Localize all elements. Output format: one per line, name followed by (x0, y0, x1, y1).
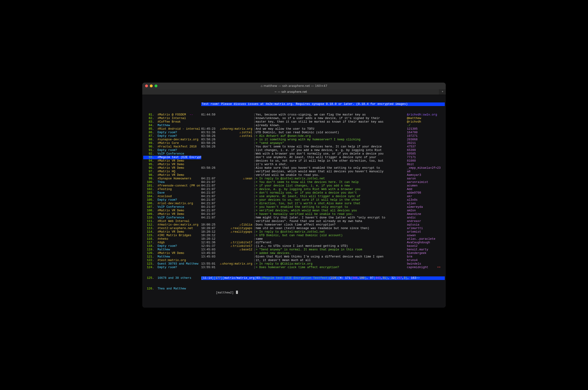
nicklist-user[interactable]: acumen (407, 184, 418, 188)
room-list-item[interactable]: 84. Matthew (143, 124, 201, 127)
nicklist-user[interactable]: bruno4 (407, 259, 418, 262)
room-list-item[interactable]: 89. #Matrix Core (143, 142, 201, 145)
room-list-item[interactable]: 92. VoIP Conference (143, 152, 201, 156)
room-list-item[interactable]: 113. #test2:arasphere.net (143, 227, 201, 230)
input-line[interactable]: [matthew2] (201, 287, 445, 298)
nicklist-user[interactable]: 164780 (407, 131, 418, 134)
nicklist-user[interactable]: aaronraimist (407, 181, 428, 184)
room-list-item[interactable]: 86. Empty room? (143, 131, 201, 134)
room-list-item[interactable]: 102. #Testing (143, 188, 201, 191)
message-text: Given that Riot Web thinks I'm using a d… (256, 255, 384, 258)
room-list-item[interactable]: 126. Thea and Matthew (143, 287, 201, 298)
nicklist-user[interactable]: andic (407, 216, 416, 219)
room-list-item[interactable]: 115. #IRC Matrix Bridges (143, 234, 201, 237)
nicklist-user[interactable]: 203068 (407, 138, 418, 141)
room-list-item[interactable]: 119. Matthew (143, 248, 201, 251)
room-list-item[interactable]: 105. Empty room? (143, 198, 201, 202)
room-list-item[interactable]: 95. #Matrix VR Demo (143, 163, 201, 166)
nicklist-user[interactable]: adde9708 (407, 191, 421, 195)
room-list-item[interactable]: 122. #test:matrix.org (143, 259, 201, 262)
room-list-item[interactable]: 88. #synapse-dev:matrix.org (143, 138, 201, 142)
nicklist-user[interactable]: 121305 (407, 127, 418, 131)
room-list-item[interactable]: 112. ##matrix-dev:matrix.org (143, 223, 201, 227)
room-list-item[interactable]: 85. #Riot Android - internal (143, 127, 201, 131)
room-list-item[interactable]: 101. #freenode-connect (PM on c (143, 184, 201, 188)
nicklist-user[interactable]: 69585 (407, 152, 416, 155)
room-list-item[interactable]: 116. #nheko (143, 237, 201, 241)
nicklist-user[interactable]: benoit.marty (407, 248, 428, 251)
nicklist-user[interactable]: am2on (407, 209, 416, 212)
nicklist-user[interactable]: 65399 (407, 149, 416, 152)
nicklist-user[interactable]: Amandine (407, 212, 421, 216)
nicklist-user[interactable]: almereyda (407, 205, 423, 209)
room-list-item[interactable]: 87. Empty room? (143, 134, 201, 138)
room-list-item[interactable]: 90. #Fractal Hackfest 2018 (143, 145, 201, 149)
room-list-item[interactable]: 93. #Megolm test (E2E Encrypti (143, 156, 201, 159)
nicklist-user[interactable]: 8bit (407, 163, 414, 166)
nicklist-user[interactable]: blendergeek (407, 251, 427, 255)
room-list-item[interactable]: 121. Matthew (143, 255, 201, 259)
nicklist-user[interactable]: 77171 (407, 156, 416, 159)
nicklist-user[interactable]: 47537 (407, 145, 416, 148)
room-list-item[interactable]: 94. #Matrix VR Demo (143, 159, 201, 163)
add-tab-button[interactable]: + (439, 89, 446, 95)
terminal-content[interactable]: Test room! Please discuss issues at #e2e… (142, 95, 446, 308)
window-title: ⌂matthew — ssh arasphere.net — 160×47 (142, 84, 446, 88)
room-list-item[interactable]: 125. 16678 and 30 others (143, 276, 201, 280)
nicklist-user[interactable]: aqtusia (407, 223, 419, 227)
room-list-item[interactable]: 91. Empty room? (143, 149, 201, 152)
room-list-item[interactable]: 100. Thea (143, 181, 201, 184)
room-list-item[interactable]: 96. #Matrix VR Demo (143, 166, 201, 170)
room-list-item[interactable]: 109. #Matrix VR Demo (143, 212, 201, 216)
zoom-icon[interactable] (154, 85, 157, 87)
room-list-item[interactable]: 117. #dgb (143, 241, 201, 244)
room-list-item[interactable]: 97. #Matrix HQ (143, 170, 201, 173)
minimize-icon[interactable] (150, 85, 153, 87)
nicklist-user[interactable]: aaron (407, 177, 416, 180)
nicklist-user[interactable]: ./ (407, 124, 410, 127)
room-list-item[interactable]: 99. #Synapse Homeowners (143, 177, 201, 181)
nicklist-user[interactable]: Aamsyar3 (407, 173, 421, 177)
nicklist-user[interactable]: atlas..paraclete (407, 237, 435, 241)
nicklist-user[interactable]: 39211 (407, 142, 416, 145)
nicklist-user[interactable]: aswan (407, 234, 416, 237)
nicklist-user[interactable]: base12 (407, 244, 418, 248)
room-list-item[interactable]: 123. Guest 30793 and Matthew (143, 262, 201, 266)
nicklist-user[interactable]: akr (407, 195, 412, 198)
room-list-item[interactable]: 120. #Matrix VR Demo (143, 251, 201, 255)
nicklist-user[interactable]: andreasr (407, 220, 421, 223)
tab-ssh[interactable]: ~ — ssh arasphere.net (142, 89, 439, 95)
room-list-item[interactable]: 81. #Matrix @ FOSDEM -- (143, 113, 201, 117)
room-list-item[interactable]: 106. #riot-dev:matrix.org (143, 202, 201, 205)
nicklist-user[interactable]: capnmidnight (407, 266, 428, 269)
nicklist-user[interactable]: brm (407, 255, 412, 258)
message-time: 04:21:07 (201, 209, 215, 212)
nicklist-user[interactable]: 81080 (407, 159, 416, 163)
nicklist-user[interactable]: @richvdh (407, 120, 421, 124)
room-list-item[interactable]: 98. #Matrix VR Demo (143, 173, 201, 177)
room-list-item[interactable]: 111. #Riot Web Internal (143, 220, 201, 223)
nicklist-user[interactable]: 197271 (407, 134, 418, 138)
room-list-item[interactable]: 124. Empty room? (143, 266, 201, 269)
nicklist-user[interactable]: _xmpp_mikaela=2f=23 (407, 166, 441, 170)
nicklist-user[interactable]: Add (407, 188, 412, 191)
room-list-item[interactable]: 110. VoIP Conference (143, 216, 201, 220)
close-icon[interactable] (145, 85, 148, 87)
room-list-item[interactable]: 103. Dave (143, 191, 201, 195)
room-list-item[interactable]: 108. #Matrix VR Demo (143, 209, 201, 212)
nicklist-user[interactable]: arimartti (407, 227, 423, 230)
nicklist-user[interactable]: AvaCaughdough (407, 241, 430, 244)
nicklist-user[interactable]: a8 (407, 170, 410, 173)
nicklist-user[interactable]: al3x0s (407, 198, 418, 202)
nicklist-user[interactable]: alien (407, 202, 416, 205)
room-list-item[interactable]: 107. VoIP Conference (143, 205, 201, 209)
nicklist-user[interactable]: &richvdh:sw1v.org (407, 113, 437, 116)
room-list-item[interactable]: 104. #cocloud (143, 195, 201, 198)
nicklist-user[interactable]: bwindels (407, 262, 421, 266)
room-list-item[interactable]: 118. Empty room? (143, 244, 201, 248)
room-list-item[interactable]: 82. #Matrix Internal (143, 117, 201, 120)
room-list-item[interactable]: 83. #Coffee Break (143, 120, 201, 124)
nicklist-user[interactable]: @matthew (407, 117, 421, 120)
room-list-item[interactable]: 114. #Matrix VR Demo (143, 230, 201, 234)
nicklist-user[interactable]: artemist (407, 230, 421, 234)
